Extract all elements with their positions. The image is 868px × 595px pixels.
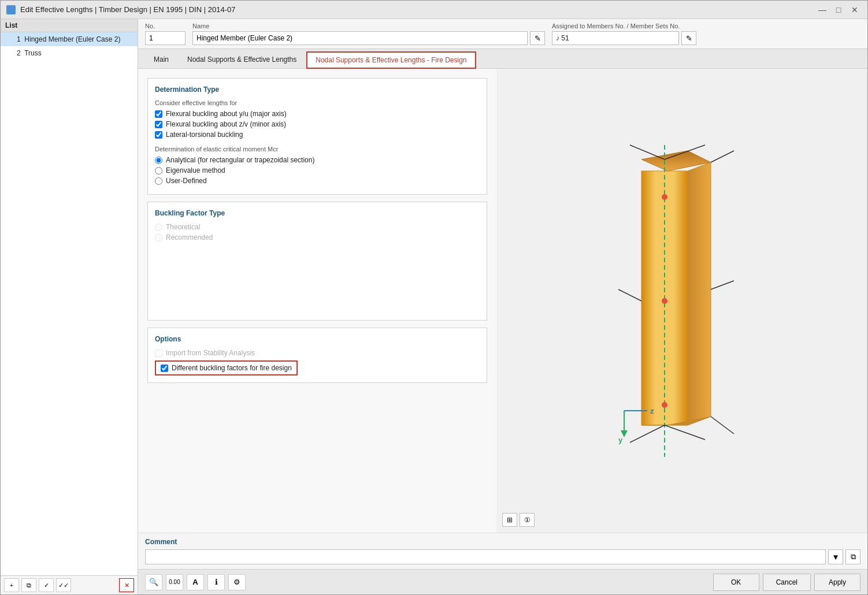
svg-line-13 bbox=[711, 416, 734, 434]
copy-item-button[interactable]: ⧉ bbox=[21, 578, 36, 592]
list-item-1-icon bbox=[5, 35, 13, 43]
no-label: No. bbox=[145, 23, 186, 29]
main-window: Edit Effective Lengths | Timber Design |… bbox=[0, 0, 868, 595]
radio-recommended: Recommended bbox=[155, 233, 480, 241]
vis-tool-1[interactable]: ⊞ bbox=[502, 513, 517, 527]
vis-tool-2[interactable]: ① bbox=[520, 513, 535, 527]
content-split: Determination Type Consider effective le… bbox=[138, 69, 867, 533]
svg-marker-2 bbox=[688, 162, 711, 425]
check-button[interactable]: ✓ bbox=[39, 578, 54, 592]
tab-main[interactable]: Main bbox=[145, 51, 177, 68]
svg-line-10 bbox=[711, 151, 734, 162]
checkbox-lateral: Lateral-torsional buckling bbox=[155, 131, 480, 139]
delete-button[interactable]: ✕ bbox=[119, 578, 134, 592]
tab-fire-design[interactable]: Nodal Supports & Effective Lengths - Fir… bbox=[306, 51, 476, 69]
title-bar-right: — □ ✕ bbox=[815, 4, 862, 16]
radio-user-defined-input[interactable] bbox=[155, 177, 162, 185]
bottom-toolbar: 🔍 0.00 A ℹ ⚙ bbox=[145, 574, 246, 590]
action-buttons: OK Cancel Apply bbox=[713, 574, 860, 591]
svg-point-6 bbox=[662, 298, 667, 304]
radio-recommended-input[interactable] bbox=[155, 234, 162, 241]
list-panel: List 1 Hinged Member (Euler Case 2) 2 Tr… bbox=[1, 19, 138, 594]
list-header: List bbox=[1, 19, 138, 32]
svg-point-5 bbox=[662, 194, 667, 200]
main-area: List 1 Hinged Member (Euler Case 2) 2 Tr… bbox=[1, 19, 867, 594]
radio-eigenvalue-input[interactable] bbox=[155, 167, 162, 174]
import-stability-label: Import from Stability Analysis bbox=[166, 349, 255, 357]
tab-nodal-supports[interactable]: Nodal Supports & Effective Lengths bbox=[179, 51, 305, 68]
vis-toolbar: ⊞ ① bbox=[502, 513, 535, 527]
checkbox-flex-yu-input[interactable] bbox=[155, 110, 162, 118]
radio-theoretical-input[interactable] bbox=[155, 224, 162, 231]
list-toolbar: + ⧉ ✓ ✓✓ ✕ bbox=[1, 575, 138, 594]
assigned-field-group: Assigned to Members No. / Member Sets No… bbox=[552, 23, 696, 45]
radio-user-defined-label: User-Defined bbox=[166, 177, 207, 185]
content-area: No. Name ✎ Assigned to Members No. / Mem… bbox=[138, 19, 867, 594]
assigned-label: Assigned to Members No. / Member Sets No… bbox=[552, 23, 696, 29]
close-button[interactable]: ✕ bbox=[848, 4, 862, 16]
name-edit-button[interactable]: ✎ bbox=[530, 31, 545, 45]
mcr-label: Determination of elastic critical moment… bbox=[155, 146, 480, 153]
no-input[interactable] bbox=[145, 31, 186, 45]
add-item-button[interactable]: + bbox=[4, 578, 19, 592]
radio-user-defined: User-Defined bbox=[155, 177, 480, 185]
svg-line-8 bbox=[630, 145, 665, 159]
vis-panel: y z ⊞ ① bbox=[496, 69, 867, 533]
buckling-factor-section: Buckling Factor Type Theoretical Recomme… bbox=[147, 202, 487, 321]
radio-analytical-label: Analytical (for rectangular or trapezoid… bbox=[166, 156, 314, 164]
settings-tool-button[interactable]: ⚙ bbox=[228, 574, 246, 590]
svg-text:z: z bbox=[650, 407, 654, 415]
name-input[interactable] bbox=[192, 31, 528, 45]
minimize-button[interactable]: — bbox=[815, 4, 829, 16]
different-buckling-checkbox[interactable] bbox=[161, 365, 168, 372]
name-row: ✎ bbox=[192, 31, 545, 45]
radio-theoretical-label: Theoretical bbox=[166, 223, 200, 231]
comment-dropdown-button[interactable]: ▼ bbox=[828, 549, 843, 564]
comment-row: ▼ ⧉ bbox=[145, 549, 860, 564]
list-item-2-icon bbox=[5, 49, 13, 57]
info-tool-button[interactable]: ℹ bbox=[207, 574, 225, 590]
checkbox-flex-yu-label: Flexural buckling about y/u (major axis) bbox=[166, 110, 287, 118]
list-item-1-label: 1 Hinged Member (Euler Case 2) bbox=[17, 35, 120, 43]
number-tool-button[interactable]: 0.00 bbox=[166, 574, 183, 590]
consider-label: Consider effective lengths for bbox=[155, 99, 480, 106]
check2-button[interactable]: ✓✓ bbox=[56, 578, 71, 592]
options-section: Options Import from Stability Analysis D… bbox=[147, 328, 487, 383]
import-stability-row: Import from Stability Analysis bbox=[155, 349, 480, 357]
list-items: 1 Hinged Member (Euler Case 2) 2 Truss bbox=[1, 32, 138, 575]
text-tool-button[interactable]: A bbox=[187, 574, 204, 590]
radio-theoretical: Theoretical bbox=[155, 223, 480, 231]
app-icon bbox=[6, 5, 16, 14]
checkbox-flex-zv: Flexural buckling about z/v (minor axis) bbox=[155, 120, 480, 128]
comment-section: Comment ▼ ⧉ bbox=[138, 533, 867, 569]
checkbox-flex-zv-input[interactable] bbox=[155, 121, 162, 128]
name-field-group: Name ✎ bbox=[192, 23, 545, 45]
apply-button[interactable]: Apply bbox=[814, 574, 860, 591]
maximize-button[interactable]: □ bbox=[832, 4, 845, 16]
comment-input[interactable] bbox=[145, 549, 826, 564]
radio-analytical-input[interactable] bbox=[155, 157, 162, 164]
bottom-bar: 🔍 0.00 A ℹ ⚙ OK Cancel Apply bbox=[138, 569, 867, 594]
comment-label: Comment bbox=[145, 538, 860, 546]
checkbox-flex-yu: Flexural buckling about y/u (major axis) bbox=[155, 110, 480, 118]
cancel-button[interactable]: Cancel bbox=[763, 574, 811, 591]
no-field-group: No. bbox=[145, 23, 186, 45]
determination-type-title: Determination Type bbox=[155, 85, 480, 94]
checkbox-lateral-input[interactable] bbox=[155, 131, 162, 139]
svg-point-7 bbox=[662, 402, 667, 408]
options-title: Options bbox=[155, 335, 480, 343]
radio-eigenvalue-label: Eigenvalue method bbox=[166, 166, 225, 174]
assigned-edit-button[interactable]: ✎ bbox=[681, 31, 696, 45]
list-item-1[interactable]: 1 Hinged Member (Euler Case 2) bbox=[1, 32, 138, 46]
import-stability-checkbox[interactable] bbox=[155, 349, 162, 357]
radio-recommended-label: Recommended bbox=[166, 233, 213, 241]
comment-copy-button[interactable]: ⧉ bbox=[845, 549, 860, 564]
search-tool-button[interactable]: 🔍 bbox=[145, 574, 162, 590]
determination-type-section: Determination Type Consider effective le… bbox=[147, 78, 487, 195]
title-bar: Edit Effective Lengths | Timber Design |… bbox=[1, 1, 867, 19]
checkbox-lateral-label: Lateral-torsional buckling bbox=[166, 131, 243, 139]
ok-button[interactable]: OK bbox=[713, 574, 759, 591]
list-item-2-label: 2 Truss bbox=[17, 49, 42, 57]
list-item-2[interactable]: 2 Truss bbox=[1, 46, 138, 60]
top-row: No. Name ✎ Assigned to Members No. / Mem… bbox=[138, 19, 867, 49]
